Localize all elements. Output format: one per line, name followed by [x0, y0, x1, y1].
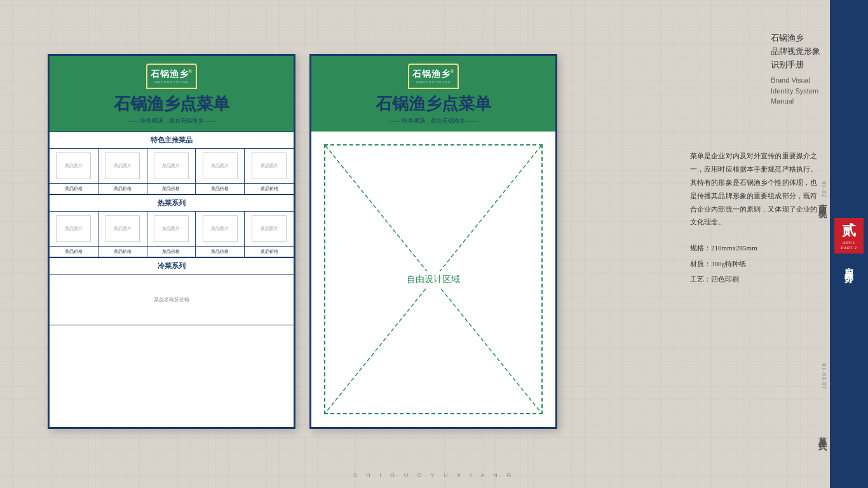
brand-title-chinese: 石锅渔乡 品牌视觉形象 识别手册 [771, 32, 820, 71]
price-cell: 菜品价格 [50, 247, 98, 257]
item-image: 菜品图片 [252, 215, 287, 242]
price-row-2: 菜品价格 菜品价格 菜品价格 菜品价格 菜品价格 [50, 247, 294, 257]
section1-header: 特色主推菜品 [50, 132, 294, 149]
section-marker-top: 01-02 [821, 181, 827, 198]
bottom-watermark: S H I G U O Y U X I A N G [353, 472, 515, 478]
menu-back-panel: 石锅渔乡® SHIGUOYUXIANG 石锅渔乡点菜单 —— 吃鱼喝汤，就在石锅… [309, 54, 557, 429]
material-row: 材质：300g特种纸 [690, 256, 817, 271]
info-description: 菜单是企业对内及对外宣传的重要媒介之一，应用时应根据本手册规范严格执行。其特有的… [690, 149, 817, 229]
item-image: 菜品图片 [56, 215, 91, 242]
item-image: 菜品图片 [203, 152, 238, 179]
chapter-number-box: 贰 APP.1 PART 2 [834, 218, 864, 254]
right-sidebar: 贰 APP.1 PART 2 应用部分 [830, 0, 868, 488]
menu-front-body: 特色主推菜品 菜品图片 菜品图片 菜品图片 菜品图片 菜品图片 菜品价格 菜品价… [50, 132, 294, 325]
item-image: 菜品图片 [203, 215, 238, 242]
menu-front-title: 石锅渔乡点菜单 [114, 93, 229, 115]
item-image: 菜品图片 [56, 152, 91, 179]
section-label-caidan: 菜单样式 [817, 430, 828, 437]
price-cell: 菜品价格 [50, 184, 98, 194]
price-cell: 菜品价格 [98, 247, 147, 257]
price-cell: 菜品价格 [147, 247, 196, 257]
menu-front-header: 石锅渔乡® SHIGUOYUXIANG 石锅渔乡点菜单 —— 吃鱼喝汤，就在石锅… [50, 56, 294, 132]
item-cell: 菜品图片 [98, 149, 147, 183]
section3-content: 菜品名称及价格 [50, 274, 294, 325]
spec-row: 规格：210mmx285mm [690, 240, 817, 255]
item-cell: 菜品图片 [245, 149, 294, 183]
item-image: 菜品图片 [105, 152, 140, 179]
item-image: 菜品图片 [154, 215, 189, 242]
price-row-1: 菜品价格 菜品价格 菜品价格 菜品价格 菜品价格 [50, 184, 294, 194]
menu-back-body: 自由设计区域 [311, 132, 555, 427]
section1-items-grid: 菜品图片 菜品图片 菜品图片 菜品图片 菜品图片 [50, 149, 294, 184]
process-row: 工艺：四色印刷 [690, 271, 817, 287]
spec-label: 规格： [690, 244, 711, 252]
logo-wrapper-back: 石锅渔乡® SHIGUOYUXIANG [408, 64, 459, 89]
menus-container: 石锅渔乡® SHIGUOYUXIANG 石锅渔乡点菜单 —— 吃鱼喝汤，就在石锅… [48, 54, 557, 429]
brand-logo-pinyin: SHIGUOYUXIANG [154, 81, 189, 84]
item-cell: 菜品图片 [245, 212, 294, 246]
chapter-number: 贰 [842, 221, 856, 240]
chapter-number-sub: APP.1 [843, 240, 855, 245]
logo-wrapper: 石锅渔乡® SHIGUOYUXIANG [146, 64, 197, 89]
section2-items-grid: 菜品图片 菜品图片 菜品图片 菜品图片 菜品图片 [50, 212, 294, 247]
spec-value: 210mmx285mm [711, 244, 757, 252]
section3-header: 冷菜系列 [50, 257, 294, 274]
menu-front-panel: 石锅渔乡® SHIGUOYUXIANG 石锅渔乡点菜单 —— 吃鱼喝汤，就在石锅… [48, 54, 295, 429]
item-cell: 菜品图片 [50, 149, 98, 183]
item-image: 菜品图片 [252, 152, 287, 179]
menu-back-subtitle: —— 吃鱼喝汤，就在石锅渔乡 —— [389, 117, 478, 125]
item-cell: 菜品图片 [98, 212, 147, 246]
price-cell: 菜品价格 [196, 247, 245, 257]
item-cell: 菜品图片 [196, 212, 245, 246]
item-cell: 菜品图片 [147, 149, 196, 183]
chapter-part: PART 2 [841, 245, 857, 250]
sidebar-app-label: 应用部分 [843, 260, 855, 270]
brand-logo-chinese: 石锅渔乡® [151, 69, 193, 80]
menu-back-title: 石锅渔乡点菜单 [376, 93, 491, 115]
price-cell: 菜品价格 [98, 184, 147, 194]
right-info-column: 菜单是企业对内及对外宣传的重要媒介之一，应用时应根据本手册规范严格执行。其特有的… [690, 149, 817, 287]
price-cell: 菜品价格 [245, 247, 294, 257]
free-design-label: 自由设计区域 [400, 271, 466, 288]
material-value: 300g特种纸 [711, 260, 746, 268]
footer-note: 菜品名称及价格 [154, 296, 189, 303]
price-cell: 菜品价格 [245, 184, 294, 194]
dashed-border: 自由设计区域 [324, 144, 543, 414]
section-label-dianmian: 店面系统 [817, 197, 828, 205]
brand-logo-badge: 石锅渔乡® SHIGUOYUXIANG [146, 64, 197, 89]
process-value: 四色印刷 [711, 275, 739, 283]
item-cell: 菜品图片 [196, 149, 245, 183]
menu-front-subtitle: —— 吃鱼喝汤，就在石锅渔乡 —— [127, 117, 216, 125]
section-marker-bot: 01-03-07 [821, 363, 827, 390]
item-image: 菜品图片 [154, 152, 189, 179]
material-label: 材质： [690, 260, 711, 268]
brand-logo-chinese-back: 石锅渔乡® [412, 69, 455, 80]
spec-block: 规格：210mmx285mm 材质：300g特种纸 工艺：四色印刷 [690, 240, 817, 287]
price-cell: 菜品价格 [147, 184, 196, 194]
item-cell: 菜品图片 [50, 212, 98, 246]
brand-logo-badge-back: 石锅渔乡® SHIGUOYUXIANG [408, 64, 459, 89]
brand-logo-pinyin-back: SHIGUOYUXIANG [416, 81, 451, 84]
item-cell: 菜品图片 [147, 212, 196, 246]
brand-title-english: Brand Visual Identity System Manual [771, 75, 820, 107]
item-image: 菜品图片 [105, 215, 140, 242]
top-right-info: 石锅渔乡 品牌视觉形象 识别手册 Brand Visual Identity S… [771, 32, 820, 107]
process-label: 工艺： [690, 275, 711, 283]
section2-header: 热菜系列 [50, 194, 294, 212]
menu-back-header: 石锅渔乡® SHIGUOYUXIANG 石锅渔乡点菜单 —— 吃鱼喝汤，就在石锅… [311, 56, 555, 132]
price-cell: 菜品价格 [196, 184, 245, 194]
